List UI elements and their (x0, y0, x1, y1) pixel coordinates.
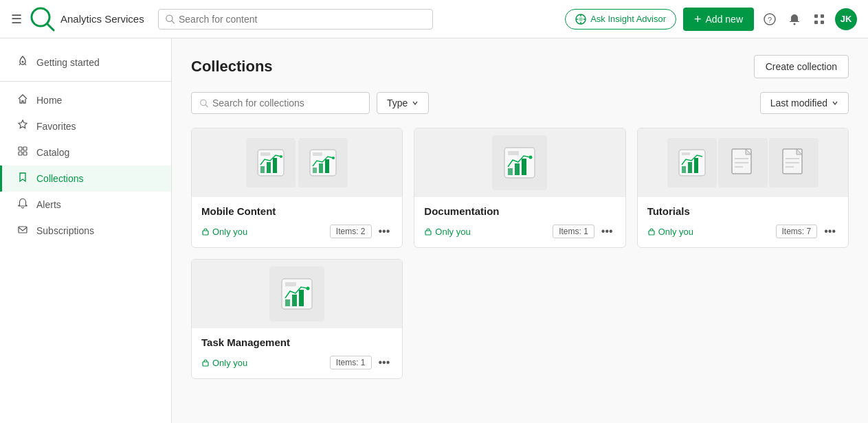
svg-rect-16 (821, 21, 824, 24)
svg-rect-62 (299, 290, 304, 306)
sidebar-item-label: Catalog (36, 147, 69, 158)
sort-chevron-down-icon (832, 100, 838, 106)
card-title: Tutorials (647, 205, 838, 217)
svg-rect-18 (19, 147, 22, 150)
svg-rect-27 (267, 162, 271, 173)
app-title: Analytics Services (60, 13, 144, 25)
svg-point-63 (307, 287, 310, 290)
filters-row: Type Last modified (191, 92, 849, 114)
more-options-button[interactable]: ••• (376, 355, 393, 370)
svg-rect-44 (425, 231, 431, 235)
svg-line-3 (171, 21, 174, 23)
chart-app-icon-2 (307, 147, 339, 179)
svg-rect-14 (821, 14, 824, 18)
svg-rect-19 (23, 147, 27, 150)
notifications-button[interactable] (786, 10, 803, 28)
svg-line-24 (205, 104, 208, 106)
insight-advisor-icon (575, 14, 586, 25)
global-search-bar[interactable] (158, 9, 433, 30)
svg-rect-33 (319, 163, 323, 173)
svg-point-12 (794, 23, 796, 25)
logo-area: Analytics Services (30, 7, 144, 32)
more-options-button[interactable]: ••• (599, 224, 616, 239)
sidebar-item-alerts[interactable]: Alerts (0, 192, 171, 218)
hamburger-menu[interactable]: ☰ (11, 12, 22, 27)
card-footer: Only you Items: 1 ••• (424, 224, 615, 239)
page-title: Collections (191, 58, 273, 76)
plus-icon: + (694, 13, 702, 25)
nav-actions: Ask Insight Advisor + Add new ? (565, 8, 857, 31)
collection-search-input[interactable] (212, 98, 361, 108)
task-chart-icon (279, 276, 315, 312)
alerts-bell-icon (16, 198, 30, 212)
sidebar-item-label: Collections (36, 173, 83, 184)
collection-card-mobile-content[interactable]: Mobile Content Only you Items: 2 ••• (191, 128, 403, 248)
card-body: Tutorials Only you Items: 7 ••• (638, 197, 848, 247)
more-options-button[interactable]: ••• (821, 224, 838, 239)
chart-icon-tutorials (676, 147, 708, 179)
help-button[interactable]: ? (761, 10, 779, 28)
items-badge: Items: 1 (330, 356, 372, 369)
preview-single-task (269, 266, 324, 321)
collection-card-tutorials[interactable]: Tutorials Only you Items: 7 ••• (637, 128, 849, 248)
preview-chart (667, 138, 717, 187)
svg-rect-46 (682, 166, 686, 173)
sidebar-item-collections[interactable]: Collections (0, 165, 171, 192)
card-title: Task Management (201, 336, 392, 348)
card-footer: Only you Items: 1 ••• (201, 355, 392, 370)
card-title: Documentation (424, 205, 615, 217)
card-privacy: Only you (647, 227, 693, 237)
card-privacy: Only you (201, 227, 247, 237)
document-icon-2 (780, 148, 808, 178)
svg-rect-41 (522, 159, 526, 175)
lock-icon (424, 227, 432, 236)
svg-text:?: ? (768, 15, 772, 23)
card-meta: Items: 2 ••• (330, 224, 393, 239)
type-filter-button[interactable]: Type (377, 92, 429, 114)
preview-doc-1 (718, 138, 768, 187)
svg-rect-21 (23, 152, 27, 155)
apps-grid-button[interactable] (810, 10, 828, 28)
sidebar-item-label: Subscriptions (36, 225, 94, 236)
qlik-logo-icon (30, 7, 55, 32)
global-search-input[interactable] (179, 14, 425, 25)
svg-point-17 (22, 61, 24, 63)
sidebar-item-subscriptions[interactable]: Subscriptions (0, 218, 171, 244)
chevron-down-icon (412, 100, 419, 106)
add-new-button[interactable]: + Add new (683, 8, 754, 31)
last-modified-button[interactable]: Last modified (760, 92, 849, 114)
svg-rect-15 (814, 21, 818, 24)
items-badge: Items: 1 (553, 225, 594, 238)
svg-rect-39 (508, 168, 513, 175)
create-collection-button[interactable]: Create collection (754, 55, 849, 78)
preview-item-2 (298, 138, 348, 187)
card-preview (414, 128, 625, 197)
card-meta: Items: 7 ••• (776, 224, 839, 239)
more-options-button[interactable]: ••• (376, 224, 393, 239)
sidebar-item-getting-started[interactable]: Getting started (0, 49, 171, 76)
collection-card-task-management[interactable]: Task Management Only you Items: 1 ••• (191, 259, 403, 379)
help-icon: ? (764, 13, 776, 25)
main-layout: Getting started Home Favorites (0, 38, 868, 423)
card-privacy: Only you (424, 227, 470, 237)
ask-advisor-button[interactable]: Ask Insight Advisor (565, 9, 676, 30)
svg-rect-61 (292, 295, 297, 306)
sidebar-item-favorites[interactable]: Favorites (0, 113, 171, 139)
card-privacy: Only you (201, 358, 247, 368)
top-navigation: ☰ Analytics Services Ask Insight Advisor (0, 0, 868, 38)
collection-card-documentation[interactable]: Documentation Only you Items: 1 ••• (414, 128, 625, 248)
envelope-icon (16, 224, 30, 238)
collection-search-bar[interactable] (191, 92, 370, 114)
search-icon (166, 14, 175, 24)
svg-rect-13 (814, 14, 818, 18)
svg-rect-58 (649, 231, 654, 235)
user-avatar[interactable]: JK (835, 8, 857, 30)
svg-point-29 (280, 155, 282, 158)
sidebar-item-home[interactable]: Home (0, 87, 171, 113)
sidebar: Getting started Home Favorites (0, 38, 172, 423)
svg-rect-60 (285, 299, 290, 306)
rocket-icon (16, 56, 30, 69)
svg-rect-22 (19, 227, 27, 233)
sidebar-item-catalog[interactable]: Catalog (0, 139, 171, 165)
card-title: Mobile Content (201, 205, 392, 217)
